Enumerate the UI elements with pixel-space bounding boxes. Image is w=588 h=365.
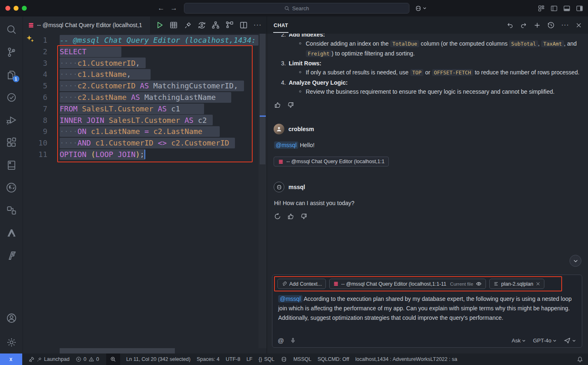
close-window-button[interactable] bbox=[5, 6, 10, 11]
change-connection-icon[interactable] bbox=[197, 20, 207, 30]
send-button[interactable] bbox=[564, 337, 576, 344]
horizontal-scrollbar-slider[interactable] bbox=[60, 348, 175, 353]
inline-code: TaxAmt bbox=[541, 40, 564, 47]
bullet-text: Review the business requirement to ensur… bbox=[306, 87, 555, 97]
toggle-secondary-sidebar-icon[interactable] bbox=[576, 5, 583, 12]
indentation-status[interactable]: Spaces: 4 bbox=[197, 356, 220, 362]
launchpad-status-item[interactable]: Launchpad bbox=[28, 356, 70, 363]
copilot-status[interactable] bbox=[281, 356, 287, 363]
mssql-status[interactable]: MSSQL bbox=[293, 356, 311, 362]
zoom-status-item[interactable] bbox=[106, 353, 120, 365]
chat-more-icon[interactable]: ··· bbox=[561, 21, 569, 29]
run-query-button[interactable] bbox=[155, 20, 165, 30]
thumbs-up-icon[interactable] bbox=[287, 213, 294, 220]
vertical-scrollbar[interactable] bbox=[258, 34, 267, 348]
attachment-pill[interactable]: -- @mssql Chat Query Editor (localhost,1… bbox=[274, 157, 389, 166]
microphone-button[interactable] bbox=[290, 337, 296, 344]
scroll-to-bottom-button[interactable] bbox=[569, 255, 581, 267]
tab-chat[interactable]: CHAT bbox=[273, 18, 288, 33]
estimated-plan-icon[interactable] bbox=[211, 20, 221, 30]
forward-arrow-icon[interactable]: → bbox=[170, 4, 177, 12]
sidebar-item-accounts[interactable] bbox=[2, 307, 21, 329]
thumbs-up-icon[interactable] bbox=[274, 102, 281, 109]
command-center-search[interactable]: Search bbox=[184, 3, 409, 14]
context-pill[interactable]: -- @mssql Chat Query Editor (localhost,1… bbox=[329, 279, 486, 289]
sidebar-item-search[interactable] bbox=[2, 18, 21, 41]
copilot-menu[interactable] bbox=[415, 5, 426, 12]
code-text: ····c1.CustomerID, bbox=[60, 58, 258, 69]
mention-button[interactable]: @ bbox=[278, 337, 284, 344]
sidebar-item-run-debug[interactable] bbox=[2, 109, 21, 131]
code-line[interactable]: 8INNER JOIN SalesLT.Customer AS c2 bbox=[23, 115, 258, 126]
sidebar-item-settings[interactable] bbox=[2, 331, 21, 353]
toggle-panel-icon[interactable] bbox=[563, 5, 570, 12]
sidebar-item-flyway[interactable] bbox=[2, 244, 21, 267]
eye-icon[interactable] bbox=[476, 281, 482, 287]
eye-icon-wrap[interactable] bbox=[476, 281, 482, 287]
code-line[interactable]: 6····c2.LastName AS MatchingLastName bbox=[23, 92, 258, 103]
problems-status-item[interactable]: 0 0 bbox=[76, 356, 99, 362]
close-icon-wrap[interactable] bbox=[536, 282, 540, 286]
undo-icon[interactable] bbox=[507, 22, 514, 29]
close-chat-icon[interactable] bbox=[576, 22, 582, 28]
sqlcmd-toggle-icon[interactable] bbox=[225, 20, 235, 30]
code-line[interactable]: 10····AND c1.CustomerID <> c2.CustomerID bbox=[23, 137, 258, 149]
sidebar-item-azure[interactable] bbox=[2, 222, 21, 244]
sidebar-item-source-control[interactable] bbox=[2, 41, 21, 63]
code-line[interactable]: 2SELECT bbox=[23, 46, 258, 58]
redo-icon[interactable] bbox=[520, 22, 527, 29]
code-line[interactable]: 1-- @mssql Chat Query Editor (localhost,… bbox=[23, 35, 258, 46]
sidebar-item-extensions[interactable] bbox=[2, 131, 21, 154]
remote-indicator[interactable] bbox=[0, 353, 22, 365]
code-text: ····c2.LastName AS MatchingLastName bbox=[60, 92, 258, 103]
encoding-status[interactable]: UTF-8 bbox=[226, 356, 240, 362]
line-number: 6 bbox=[23, 92, 47, 103]
notifications-bell-icon[interactable] bbox=[577, 356, 583, 363]
code-line[interactable]: 3····c1.CustomerID, bbox=[23, 58, 258, 69]
horizontal-scrollbar[interactable] bbox=[23, 348, 258, 353]
sqlcmd-status[interactable]: SQLCMD: Off bbox=[318, 356, 349, 362]
connection-status[interactable]: localhost,1434 : AdventureWorksLT2022 : … bbox=[356, 356, 458, 362]
sidebar-item-mssql[interactable] bbox=[2, 154, 21, 176]
chat-input-text[interactable]: @mssql According to the execution plan s… bbox=[278, 294, 576, 323]
history-icon[interactable] bbox=[547, 21, 555, 29]
chat-panel: CHAT ··· 2.Add Indexes:Consider adding a… bbox=[267, 16, 588, 353]
code-line[interactable]: 5····c2.CustomerID AS MatchingCustomerID… bbox=[23, 80, 258, 92]
code-line[interactable]: 7FROM SalesLT.Customer AS c1 bbox=[23, 103, 258, 115]
code-line[interactable]: 4····c1.LastName, bbox=[23, 69, 258, 80]
toggle-primary-sidebar-icon[interactable] bbox=[551, 5, 558, 12]
context-pill[interactable]: plan-2.sqlplan bbox=[489, 279, 544, 289]
thumbs-down-icon[interactable] bbox=[287, 102, 294, 109]
thumbs-down-icon[interactable] bbox=[300, 213, 307, 220]
customize-layout-icon[interactable] bbox=[538, 5, 545, 12]
chevron-down-icon bbox=[553, 339, 556, 342]
sidebar-item-testing[interactable] bbox=[2, 86, 21, 109]
code-line[interactable]: 9····ON c1.LastName = c2.LastName bbox=[23, 126, 258, 137]
split-editor-icon[interactable] bbox=[239, 20, 249, 30]
code-line[interactable]: 11OPTION (LOOP JOIN); bbox=[23, 149, 258, 160]
disconnect-icon[interactable] bbox=[183, 20, 193, 30]
model-picker[interactable]: GPT-4o bbox=[533, 337, 556, 344]
add-context-button[interactable]: Add Context... bbox=[277, 279, 326, 289]
mode-picker[interactable]: Ask bbox=[512, 337, 526, 344]
zoom-window-button[interactable] bbox=[22, 6, 27, 11]
back-arrow-icon[interactable]: ← bbox=[158, 4, 165, 12]
remove-context-icon[interactable] bbox=[536, 282, 540, 286]
code-editor[interactable]: 1-- @mssql Chat Query Editor (localhost,… bbox=[23, 34, 267, 353]
eol-status[interactable]: LF bbox=[246, 356, 253, 362]
language-status[interactable]: {}SQL bbox=[259, 356, 274, 362]
selection-stub bbox=[86, 46, 121, 57]
rerun-icon[interactable] bbox=[274, 213, 281, 220]
new-chat-icon[interactable] bbox=[534, 22, 541, 29]
tab-mssql-query-editor[interactable]: -- @mssql Chat Query Editor (localhost,1 bbox=[23, 16, 151, 34]
vertical-scrollbar-slider[interactable] bbox=[260, 34, 265, 164]
sidebar-item-explorer[interactable]: 1 bbox=[2, 63, 21, 86]
cursor-position-status[interactable]: Ln 11, Col 20 (342 selected) bbox=[126, 356, 191, 362]
selection-highlight: ····c2.LastName AS MatchingLastName bbox=[60, 92, 231, 103]
sidebar-item-object-explorer[interactable] bbox=[2, 199, 21, 222]
minimize-window-button[interactable] bbox=[14, 6, 19, 11]
results-grid-icon[interactable] bbox=[169, 20, 179, 30]
more-actions-icon[interactable]: ··· bbox=[253, 20, 263, 30]
chat-input-container[interactable]: Add Context...-- @mssql Chat Query Edito… bbox=[272, 275, 582, 348]
sidebar-item-github[interactable] bbox=[2, 176, 21, 199]
